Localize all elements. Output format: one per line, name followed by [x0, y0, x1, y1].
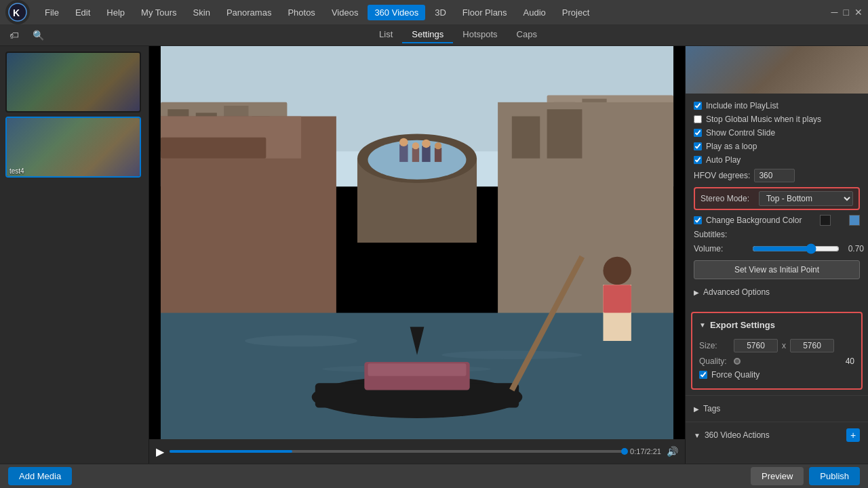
settings-checkboxes: Include into PlayList Stop Global Music …	[686, 94, 868, 306]
show-control-slide-checkbox[interactable]	[694, 129, 702, 137]
bg-color-swatch[interactable]	[820, 215, 831, 226]
include-playlist-label: Include into PlayList	[706, 101, 778, 110]
menu-360-videos[interactable]: 360 Videos	[368, 5, 425, 20]
main-layout: test4	[0, 46, 868, 464]
thumbnail-2[interactable]: test4	[5, 117, 141, 178]
export-settings-section: ▼ Export Settings Size: x Quality: 40 Fo…	[691, 312, 863, 390]
menu-file[interactable]: File	[38, 5, 66, 20]
stereo-mode-select[interactable]: None Top - Bottom Left - Right	[759, 191, 853, 206]
tag-icon[interactable]: 🏷	[7, 27, 22, 43]
menu-floor-plans[interactable]: Floor Plans	[456, 5, 514, 20]
force-quality-label: Force Quality	[711, 370, 760, 380]
menu-project[interactable]: Project	[555, 5, 596, 20]
stop-global-music-row[interactable]: Stop Global Music when it plays	[694, 113, 860, 126]
quality-value: 40	[846, 357, 854, 366]
quality-row: Quality: 40	[699, 354, 854, 368]
progress-handle[interactable]	[621, 448, 628, 455]
search-icon[interactable]: 🔍	[30, 27, 47, 43]
play-as-loop-row[interactable]: Play as a loop	[694, 140, 860, 153]
volume-slider[interactable]	[752, 243, 840, 254]
size-row: Size: x	[699, 337, 854, 354]
change-bg-color-checkbox[interactable]	[694, 216, 702, 224]
app-logo: K	[5, 0, 30, 24]
size-label: Size:	[699, 341, 730, 350]
play-button[interactable]: ▶	[156, 445, 164, 458]
stop-global-music-checkbox[interactable]	[694, 115, 702, 123]
menu-help[interactable]: Help	[100, 5, 132, 20]
window-minimize[interactable]: ─	[831, 7, 838, 18]
video-actions-label: 360 Video Actions	[705, 430, 770, 440]
preview-button[interactable]: Preview	[751, 467, 804, 485]
window-maximize[interactable]: □	[844, 7, 849, 18]
publish-button[interactable]: Publish	[809, 467, 860, 485]
quality-label: Quality:	[699, 357, 730, 366]
bottom-bar: Add Media Preview Publish	[0, 464, 868, 488]
include-playlist-checkbox[interactable]	[694, 102, 702, 110]
right-action-buttons: Preview Publish	[751, 467, 860, 485]
tab-list[interactable]: List	[370, 26, 402, 43]
svg-point-37	[399, 138, 408, 146]
svg-rect-30	[368, 363, 467, 376]
menu-videos[interactable]: Videos	[325, 5, 366, 20]
stereo-mode-row: Stereo Mode: None Top - Bottom Left - Ri…	[694, 187, 860, 210]
force-quality-checkbox[interactable]	[699, 371, 707, 379]
menu-panoramas[interactable]: Panoramas	[220, 5, 278, 20]
tab-hotspots[interactable]: Hotspots	[453, 26, 507, 43]
subtitles-row: Subtitles:	[694, 228, 860, 241]
hfov-input[interactable]	[754, 169, 795, 182]
menu-photos[interactable]: Photos	[281, 5, 321, 20]
tab-settings[interactable]: Settings	[402, 26, 453, 43]
advanced-options-header[interactable]: ▶ Advanced Options	[694, 283, 860, 301]
show-control-slide-label: Show Control Slide	[706, 128, 775, 138]
advanced-arrow-icon: ▶	[694, 289, 699, 296]
advanced-options-label: Advanced Options	[703, 287, 770, 297]
menu-audio[interactable]: Audio	[517, 5, 553, 20]
show-control-slide-row[interactable]: Show Control Slide	[694, 126, 860, 140]
svg-rect-42	[435, 148, 441, 162]
volume-value: 0.70	[844, 244, 864, 253]
export-settings-header[interactable]: ▼ Export Settings	[699, 320, 854, 330]
left-panel: test4	[0, 46, 149, 464]
change-bg-color-row[interactable]: Change Background Color	[694, 213, 860, 228]
menu-my-tours[interactable]: My Tours	[134, 5, 184, 20]
add-action-button[interactable]: +	[846, 428, 860, 442]
video-actions-section: ▼ 360 Video Actions +	[686, 422, 868, 448]
video-area[interactable]	[149, 46, 685, 439]
size-height-input[interactable]	[790, 339, 834, 352]
video-actions-header[interactable]: ▼ 360 Video Actions	[694, 426, 846, 444]
play-as-loop-checkbox[interactable]	[694, 142, 702, 150]
include-playlist-row[interactable]: Include into PlayList	[694, 99, 860, 113]
menu-3d[interactable]: 3D	[428, 5, 453, 20]
set-view-button[interactable]: Set View as Initial Point	[694, 260, 860, 279]
bg-color-btn[interactable]	[849, 215, 860, 226]
menu-edit[interactable]: Edit	[68, 5, 97, 20]
progress-fill	[170, 450, 292, 453]
svg-point-41	[422, 140, 430, 148]
progress-bar[interactable]	[170, 450, 625, 453]
svg-rect-38	[412, 148, 419, 162]
size-width-input[interactable]	[734, 339, 778, 352]
svg-rect-22	[547, 109, 583, 158]
tags-header[interactable]: ▶ Tags	[694, 400, 860, 418]
svg-point-33	[603, 257, 631, 285]
stereo-mode-label: Stereo Mode:	[701, 194, 755, 203]
center-panel: ▶ 0:17/2:21 🔊	[149, 46, 685, 464]
thumbnail-1[interactable]	[5, 52, 141, 113]
svg-rect-40	[422, 146, 430, 162]
menu-bar: K File Edit Help My Tours Skin Panoramas…	[0, 0, 868, 24]
window-close[interactable]: ✕	[854, 7, 863, 18]
svg-rect-36	[399, 144, 408, 162]
video-scene	[149, 46, 685, 439]
svg-rect-19	[161, 138, 266, 159]
export-arrow-icon: ▼	[699, 321, 706, 329]
auto-play-checkbox[interactable]	[694, 156, 702, 164]
quality-radio[interactable]	[734, 358, 741, 365]
menu-skin[interactable]: Skin	[186, 5, 217, 20]
auto-play-row[interactable]: Auto Play	[694, 153, 860, 167]
volume-icon[interactable]: 🔊	[667, 446, 678, 457]
svg-point-24	[245, 336, 357, 347]
force-quality-row[interactable]: Force Quality	[699, 368, 854, 382]
change-bg-color-label: Change Background Color	[706, 216, 802, 225]
tab-caps[interactable]: Caps	[507, 26, 547, 43]
add-media-button[interactable]: Add Media	[8, 467, 72, 485]
